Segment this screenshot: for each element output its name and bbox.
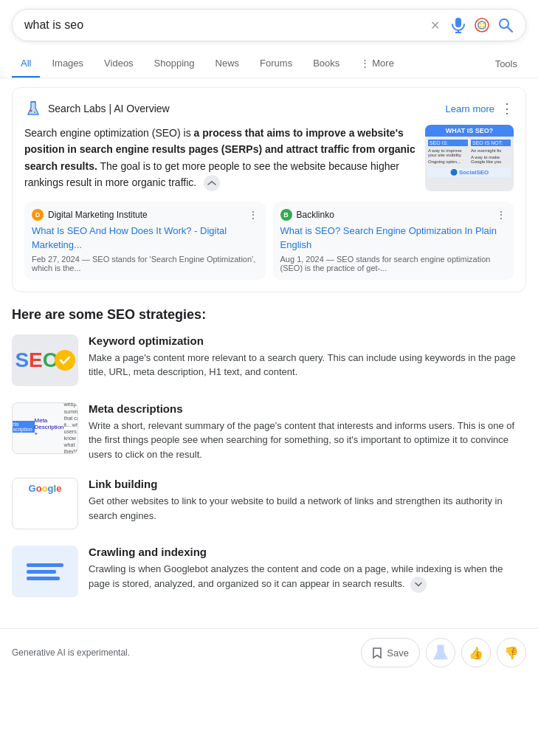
beaker-icon bbox=[24, 100, 42, 117]
svg-point-8 bbox=[30, 110, 32, 112]
seo-is-col: SEO IS: A way to improve your site visib… bbox=[428, 140, 468, 165]
thumbs-up-button[interactable]: 👍 bbox=[461, 638, 491, 667]
ai-footer-text: Generative AI is experimental. bbox=[12, 647, 130, 658]
thumb-columns: SEO IS: A way to improve your site visib… bbox=[428, 140, 511, 165]
tab-books[interactable]: Books bbox=[304, 50, 348, 78]
svg-point-9 bbox=[34, 111, 35, 113]
seo-s-letter: S bbox=[15, 348, 29, 372]
tools-button[interactable]: Tools bbox=[486, 51, 526, 77]
crawl-expand-button[interactable] bbox=[410, 577, 427, 593]
clear-icon[interactable]: ✕ bbox=[427, 17, 443, 33]
backlinko-name: Backlinko bbox=[297, 210, 334, 220]
feedback-icon-button[interactable] bbox=[426, 638, 455, 667]
link-building-thumb: Google bbox=[12, 478, 78, 529]
source-card-backlinko[interactable]: B Backlinko ⋮ What is SEO? Search Engine… bbox=[273, 202, 514, 279]
search-icons: ✕ bbox=[427, 17, 514, 33]
backlinko-icon: B bbox=[280, 209, 292, 221]
dmi-title[interactable]: What Is SEO And How Does It Work? - Digi… bbox=[32, 224, 258, 251]
search-bar: ✕ bbox=[12, 9, 526, 41]
source-cards: D Digital Marketing Institute ⋮ What Is … bbox=[24, 202, 514, 279]
crawl-title: Crawling and indexing bbox=[89, 546, 526, 558]
seo-checkmark bbox=[55, 350, 75, 371]
ai-overview-brand: Search Labs | AI Overview bbox=[24, 100, 170, 117]
nav-tabs: All Images Videos Shopping News Forums B… bbox=[0, 50, 538, 78]
strategy-item-keyword: S E O Keyword optimization Make a page's… bbox=[12, 334, 526, 386]
tab-all[interactable]: All bbox=[12, 50, 40, 78]
tab-news[interactable]: News bbox=[207, 50, 249, 78]
dmi-name: Digital Marketing Institute bbox=[48, 210, 148, 220]
mic-icon[interactable] bbox=[450, 17, 466, 33]
more-dots-icon: ⋮ bbox=[360, 58, 370, 69]
flask-icon bbox=[432, 644, 449, 662]
keyword-content: Keyword optimization Make a page's conte… bbox=[89, 334, 526, 379]
link-desc: Get other websites to link to your websi… bbox=[89, 494, 526, 523]
tab-more[interactable]: ⋮ More bbox=[351, 50, 403, 78]
seo-e-letter: E bbox=[29, 348, 43, 372]
ai-overview-actions: Learn more ⋮ bbox=[446, 100, 514, 117]
thumbs-down-icon: 👎 bbox=[504, 646, 519, 660]
overflow-menu-icon[interactable]: ⋮ bbox=[500, 100, 514, 117]
collapse-button[interactable] bbox=[204, 175, 220, 191]
dmi-overflow-icon[interactable]: ⋮ bbox=[248, 209, 258, 221]
social-seo-label: 🔵 SocialSEO bbox=[428, 168, 511, 177]
search-input[interactable] bbox=[24, 18, 421, 32]
strategies-title: Here are some SEO strategies: bbox=[12, 307, 526, 323]
google-logo-text: Google bbox=[29, 482, 62, 494]
source-brand-backlinko: B Backlinko bbox=[280, 209, 334, 221]
search-bar-container: ✕ bbox=[0, 0, 538, 50]
tab-forums[interactable]: Forums bbox=[251, 50, 301, 78]
keyword-thumb: S E O bbox=[12, 334, 78, 386]
seo-is-not-col: SEO IS NOT: An overnight fix A way to ma… bbox=[471, 140, 511, 165]
ai-overview-text: Search engine optimization (SEO) is a pr… bbox=[24, 125, 416, 191]
thumbs-up-icon: 👍 bbox=[469, 646, 483, 660]
meta-desc: Write a short, relevant summary of the p… bbox=[89, 419, 526, 462]
thumb-header-text: WHAT IS SEO? bbox=[425, 125, 514, 137]
search-icon[interactable] bbox=[497, 17, 514, 33]
crawl-icon bbox=[27, 563, 63, 580]
svg-rect-0 bbox=[455, 18, 461, 27]
lens-icon[interactable] bbox=[474, 17, 490, 33]
svg-point-5 bbox=[500, 19, 508, 28]
learn-more-link[interactable]: Learn more bbox=[446, 103, 494, 114]
strategies-section: Here are some SEO strategies: S E O Keyw… bbox=[12, 307, 526, 598]
ai-overview-body: Search engine optimization (SEO) is a pr… bbox=[24, 125, 514, 191]
ai-overview-title: Search Labs | AI Overview bbox=[48, 103, 170, 114]
strategy-item-links: Google Link building Get other websites … bbox=[12, 478, 526, 529]
svg-line-6 bbox=[508, 27, 512, 32]
svg-point-3 bbox=[475, 18, 489, 32]
ai-text-plain: Search engine optimization (SEO) is bbox=[24, 127, 194, 139]
keyword-desc: Make a page's content more relevant to a… bbox=[89, 351, 526, 379]
crawl-desc: Crawling is when Googlebot analyzes the … bbox=[89, 562, 526, 593]
keyword-title: Keyword optimization bbox=[89, 334, 526, 347]
source-card-header-backlinko: B Backlinko ⋮ bbox=[280, 209, 507, 221]
ai-footer: Generative AI is experimental. Save 👍 👎 bbox=[0, 628, 538, 676]
source-card-dmi[interactable]: D Digital Marketing Institute ⋮ What Is … bbox=[24, 202, 266, 279]
meta-thumb: meta description Meta Description + ptio… bbox=[12, 402, 78, 454]
thumb-body: SEO IS: A way to improve your site visib… bbox=[425, 137, 514, 180]
ai-overview-image: WHAT IS SEO? SEO IS: A way to improve yo… bbox=[425, 125, 514, 191]
meta-title: Meta descriptions bbox=[89, 402, 526, 415]
link-title: Link building bbox=[89, 478, 526, 490]
dmi-icon: D bbox=[32, 209, 44, 221]
backlinko-snippet: Aug 1, 2024 — SEO stands for search engi… bbox=[280, 255, 507, 272]
tab-videos[interactable]: Videos bbox=[95, 50, 142, 78]
ai-overview-header: Search Labs | AI Overview Learn more ⋮ bbox=[24, 100, 514, 117]
meta-content: Meta descriptions Write a short, relevan… bbox=[89, 402, 526, 462]
link-content: Link building Get other websites to link… bbox=[89, 478, 526, 523]
tab-shopping[interactable]: Shopping bbox=[145, 50, 204, 78]
source-card-header-dmi: D Digital Marketing Institute ⋮ bbox=[32, 209, 258, 221]
crawl-content: Crawling and indexing Crawling is when G… bbox=[89, 546, 526, 593]
ai-overview-card: Search Labs | AI Overview Learn more ⋮ S… bbox=[12, 87, 526, 292]
dmi-snippet: Feb 27, 2024 — SEO stands for 'Search En… bbox=[32, 255, 258, 272]
strategy-item-meta: meta description Meta Description + ptio… bbox=[12, 402, 526, 462]
tab-images[interactable]: Images bbox=[43, 50, 92, 78]
save-button[interactable]: Save bbox=[361, 638, 420, 667]
main-content: Search Labs | AI Overview Learn more ⋮ S… bbox=[0, 78, 538, 622]
strategy-item-crawl: Crawling and indexing Crawling is when G… bbox=[12, 546, 526, 597]
ai-footer-actions: Save 👍 👎 bbox=[361, 638, 526, 667]
thumbs-down-button[interactable]: 👎 bbox=[497, 638, 526, 667]
crawl-thumb bbox=[12, 546, 78, 597]
backlinko-overflow-icon[interactable]: ⋮ bbox=[496, 209, 506, 221]
backlinko-title[interactable]: What is SEO? Search Engine Optimization … bbox=[280, 224, 507, 251]
source-brand-dmi: D Digital Marketing Institute bbox=[32, 209, 148, 221]
